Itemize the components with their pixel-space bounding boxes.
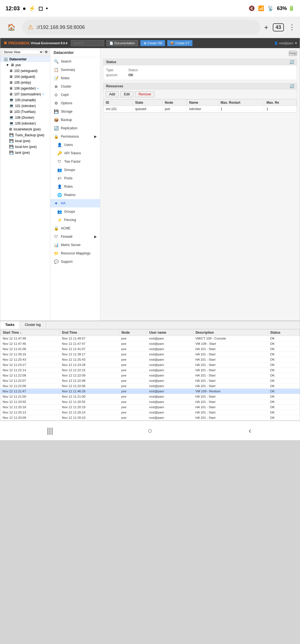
menu-button[interactable]: ⋮ (288, 23, 296, 32)
nav-item-support[interactable]: 💬 Support (50, 257, 100, 266)
list-item[interactable]: Nov 12 11:47:48 Nov 12 11:49:57 pve root… (1, 336, 300, 341)
list-item[interactable]: Nov 12 11:39:16 Nov 12 11:39:17 pve root… (1, 352, 300, 357)
list-item[interactable]: Nov 12 11:20:55 Nov 12 11:20:55 pve root… (1, 399, 300, 405)
sidebar-item-101[interactable]: 💻 101 (iobroker) (0, 103, 50, 109)
sidebar-item-105[interactable]: 🖥 105 (emby) (0, 80, 50, 85)
nav-bar: ||| ○ ‹ (0, 421, 300, 440)
task-user: root@pam (147, 352, 193, 357)
sidebar-item-localnetwork[interactable]: ⊞ localnetwork (pve) (0, 126, 50, 132)
documentation-button[interactable]: 📄 Documentation (106, 40, 138, 46)
nav-item-ha[interactable]: ♥ HA (50, 199, 100, 207)
groups-nav-icon: 👥 (57, 168, 62, 172)
nav-item-storage[interactable]: 💾 Storage (50, 107, 100, 116)
list-item[interactable]: Nov 12 11:41:06 Nov 12 11:41:07 pve root… (1, 346, 300, 352)
nav-item-firewall[interactable]: 🛡 Firewall ▶ (50, 232, 100, 241)
nav-item-cluster[interactable]: ⊕ Cluster (50, 82, 100, 91)
toolbar-search-input[interactable] (71, 40, 104, 46)
type-header: Type (106, 68, 123, 72)
edit-button[interactable]: Edit (120, 91, 133, 97)
list-item[interactable]: Nov 12 11:22:14 Nov 12 11:22:15 pve root… (1, 368, 300, 373)
nav-item-summary[interactable]: 📋 Summary (50, 66, 100, 74)
list-item[interactable]: Nov 12 11:22:08 Nov 12 11:22:09 pve root… (1, 373, 300, 378)
table-row[interactable]: vm:101 queued pve iobroker 1 1 (104, 106, 297, 112)
create-ct-button[interactable]: 📦 Create CT (167, 40, 192, 46)
vm-105-label: 105 (emby) (14, 81, 31, 85)
nav-item-search[interactable]: 🔍 Search (50, 57, 100, 66)
sidebar-item-102[interactable]: 🖥 102 (wireguard) (0, 68, 50, 74)
remove-button[interactable]: Remove (135, 91, 155, 97)
task-user: root@pam (147, 336, 193, 341)
tasks-col-node: Node (119, 330, 147, 336)
nav-item-realms[interactable]: 🌐 Realms (50, 191, 100, 199)
sidebar-item-local-lvm[interactable]: 💾 local-lvm (pve) (0, 144, 50, 150)
cluster-nav-icon: ⊕ (54, 84, 59, 89)
status-bar: 12:03 ● ⚡ ◻ • 🔇 📶 📡 63% 🔋 (0, 0, 300, 17)
sidebar-item-100[interactable]: 💻 100 (mariadb) (0, 97, 50, 103)
sidebar-item-108[interactable]: 💻 108 (Docker) (0, 115, 50, 120)
tab-cluster-log[interactable]: Cluster log (20, 321, 46, 329)
sidebar-item-datacenter[interactable]: 🏢 Datacenter (0, 56, 50, 62)
home-button[interactable]: 🏠 (4, 20, 18, 34)
back-button[interactable]: ‹ (242, 424, 258, 438)
sidebar-gear-icon[interactable]: ⚙ (45, 50, 48, 54)
nav-item-users[interactable]: 👤 Users (50, 141, 100, 149)
vm-104-icon: 🖥 (9, 75, 13, 79)
sidebar-item-109[interactable]: 💻 109 (iobroker) (0, 120, 50, 126)
nav-item-ha-groups[interactable]: 👥 Groups (50, 207, 100, 216)
storage-lvm-icon: 💾 (9, 145, 14, 149)
sidebar-item-104[interactable]: 🖥 104 (adguard) (0, 74, 50, 80)
recent-apps-button[interactable]: ||| (42, 424, 58, 438)
list-item[interactable]: Nov 12 11:47:46 Nov 12 11:47:47 pve root… (1, 341, 300, 346)
nav-item-groups[interactable]: 👥 Groups (50, 166, 100, 174)
add-button[interactable]: Add (106, 91, 119, 97)
sidebar-item-pve[interactable]: ▼ 🖥 pve (0, 62, 50, 68)
tab-count-button[interactable]: 43 (273, 23, 284, 31)
node-icon: 🖥 (11, 63, 14, 67)
list-item[interactable]: Nov 12 11:20:18 Nov 12 11:20:19 pve root… (1, 405, 300, 410)
nav-item-notes[interactable]: 📝 Notes (50, 74, 100, 82)
sidebar-item-tank[interactable]: 💾 tank (pve) (0, 150, 50, 155)
list-item[interactable]: Nov 12 11:22:06 Nov 12 11:22:06 pve root… (1, 383, 300, 389)
help-button[interactable]: Help (289, 51, 297, 56)
tuxis-label: Tuxis_Backup (pve) (15, 133, 44, 137)
sidebar-item-107[interactable]: 🖥 107 (tasmoadmin) ● (0, 91, 50, 97)
list-item[interactable]: Nov 12 11:21:00 Nov 12 11:21:00 pve root… (1, 394, 300, 399)
nav-item-api-tokens[interactable]: 🔑 API Tokens (50, 149, 100, 157)
url-bar[interactable]: ⚠ ://192.168.99.58:8006 (22, 20, 260, 35)
sidebar-item-tuxis[interactable]: 💾 Tuxis_Backup (pve) (0, 132, 50, 138)
list-item[interactable]: Nov 12 11:21:47 Nov 12 11:46:28 pve root… (1, 389, 300, 394)
refresh-icon[interactable]: 🔄 (290, 60, 294, 64)
nav-item-backup[interactable]: 📦 Backup (50, 116, 100, 124)
tasks-table: Start Time ↓ End Time Node User name Des… (0, 329, 300, 420)
nav-item-permissions[interactable]: 🔒 Permissions ▶ (50, 132, 100, 141)
home-nav-button[interactable]: ○ (142, 424, 158, 438)
task-node: pve (119, 415, 147, 420)
resources-refresh-icon[interactable]: 🔄 (290, 84, 294, 88)
sidebar-item-106[interactable]: 🖥 106 (agentdvr) ● (0, 85, 50, 91)
nav-item-metric-server[interactable]: 📊 Metric Server (50, 241, 100, 249)
list-item[interactable]: Nov 12 11:20:09 Nov 12 11:20:10 pve root… (1, 415, 300, 420)
task-node: pve (119, 399, 147, 405)
nav-item-resource-mappings[interactable]: 📁 Resource Mappings (50, 249, 100, 257)
nav-item-ceph[interactable]: ⊙ Ceph (50, 91, 100, 99)
nav-item-options[interactable]: ⚙ Options (50, 99, 100, 107)
add-tab-button[interactable]: + (264, 23, 268, 32)
nav-item-replication[interactable]: 🔄 Replication (50, 124, 100, 132)
nav-item-two-factor[interactable]: 🛡 Two Factor (50, 157, 100, 166)
view-selector[interactable]: Server View (2, 50, 44, 54)
tab-tasks[interactable]: Tasks (0, 321, 20, 329)
nav-item-acme[interactable]: 🔒 ACME (50, 224, 100, 232)
list-item[interactable]: Nov 12 11:24:27 Nov 12 11:24:28 pve root… (1, 362, 300, 368)
create-vm-button[interactable]: 🖥 Create VM (140, 40, 165, 46)
sidebar-item-local[interactable]: 💾 local (pve) (0, 138, 50, 144)
local-label: local (pve) (15, 139, 30, 143)
task-start: Nov 12 11:39:16 (1, 352, 60, 357)
nav-item-roles[interactable]: 👤 Roles (50, 182, 100, 191)
nav-item-pools[interactable]: 🏷 Pools (50, 174, 100, 182)
sidebar-item-103[interactable]: 🖥 103 (TrueNas) (0, 109, 50, 115)
nav-item-fencing[interactable]: ⚡ Fencing (50, 216, 100, 224)
list-item[interactable]: Nov 12 11:25:43 Nov 12 11:25:43 pve root… (1, 357, 300, 362)
list-item[interactable]: Nov 12 11:20:13 Nov 12 11:20:14 pve root… (1, 410, 300, 415)
user-menu[interactable]: 👤 root@pam ▼ (274, 41, 298, 45)
list-item[interactable]: Nov 12 11:22:07 Nov 12 11:22:08 pve root… (1, 378, 300, 383)
